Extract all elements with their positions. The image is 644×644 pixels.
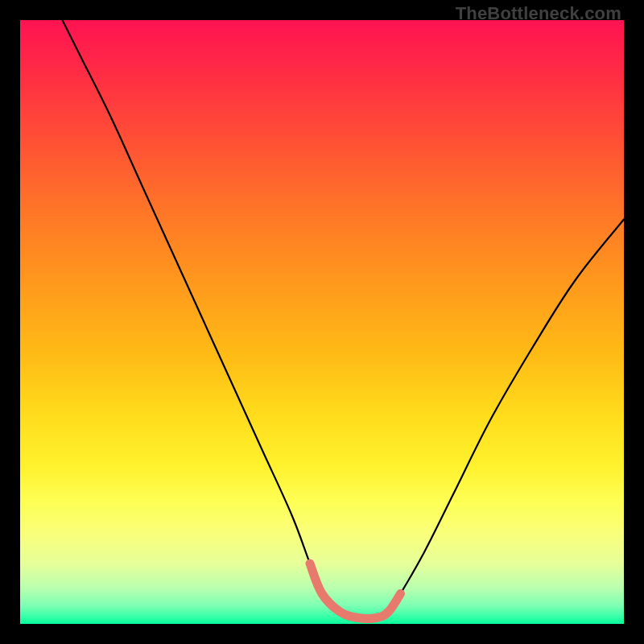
curve-layer: [20, 20, 624, 624]
plot-area: [20, 20, 624, 624]
chart-frame: TheBottleneck.com: [0, 0, 644, 644]
bottleneck-curve: [63, 20, 625, 619]
highlight-band: [310, 564, 401, 619]
